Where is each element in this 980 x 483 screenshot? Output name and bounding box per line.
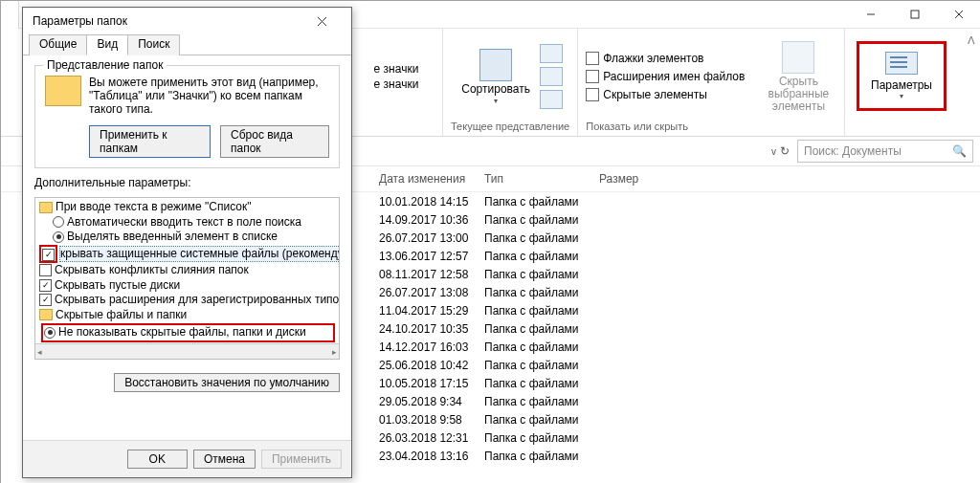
ribbon-group-show-hide: Флажки элементов Расширения имен файлов … [578,29,845,136]
group-legend: Представление папок [43,58,167,72]
highlight-red [39,245,57,264]
flags-checkbox[interactable]: Флажки элементов [586,51,745,66]
cell-date: 24.10.2017 10:35 [379,322,484,336]
checkbox-icon [586,52,599,65]
minimize-icon [866,10,876,19]
cell-date: 10.05.2018 17:15 [379,377,484,390]
tree-item-label[interactable]: Скрывать пустые диски [55,278,180,294]
advanced-settings-tree[interactable]: При вводе текста в режиме "Список" Автом… [34,197,340,360]
tree-item-label[interactable]: Скрывать расширения для зарегистрированн… [55,293,339,308]
cell-date: 26.03.2018 12:31 [379,431,484,445]
search-placeholder: Поиск: Документы [804,144,902,158]
radio-icon[interactable] [53,216,64,228]
dialog-footer: OK Отмена Применить [23,440,351,477]
checkbox-label: Скрытые элементы [603,88,707,101]
ribbon-group-caption: Текущее представление [451,121,569,136]
close-button[interactable] [937,1,980,28]
chevron-down-icon[interactable]: v [771,146,776,157]
quick-access-top [1,1,19,30]
checkbox-icon [586,88,599,101]
cell-type: Папка с файлами [484,377,599,390]
cell-type: Папка с файлами [484,413,599,427]
tree-item-label: Скрытые файлы и папки [56,308,187,323]
column-type[interactable]: Тип [484,172,599,186]
refresh-icon[interactable]: ↻ [780,144,790,158]
radio-icon[interactable] [53,231,64,243]
tree-item-label[interactable]: крывать защищенные системные файлы (реко… [60,247,340,262]
tab-general[interactable]: Общие [29,34,87,55]
cell-date: 13.06.2017 12:57 [379,250,484,263]
collapse-ribbon-icon[interactable]: ᐱ [968,34,975,47]
sort-icon [479,49,512,81]
minimize-button[interactable] [849,1,893,28]
sort-button[interactable]: Сортировать ▾ [457,49,534,105]
apply-to-folders-button[interactable]: Применить к папкам [89,125,211,158]
ribbon-group-caption: Показать или скрыть [586,121,836,136]
close-icon [954,10,964,19]
chevron-down-icon: ▾ [494,97,498,105]
checkbox-icon[interactable] [39,264,52,276]
ribbon-label: Параметры [871,78,932,92]
tree-item-label[interactable]: Автоматически вводить текст в поле поиск… [67,215,301,231]
cell-date: 01.03.2018 9:58 [379,413,484,427]
group-by-button[interactable] [540,44,563,63]
ribbon-item-label[interactable]: е значки [374,62,419,76]
folder-icon [39,309,53,320]
dialog-titlebar: Параметры папок [23,8,351,34]
group-description: Вы можете применить этот вид (например, … [45,76,329,116]
checkbox-icon[interactable] [39,279,52,292]
ribbon-group-layout: е значки е значки [350,29,443,136]
search-input[interactable]: Поиск: Документы 🔍 [797,140,973,163]
cancel-button[interactable]: Отмена [193,450,256,469]
radio-icon[interactable] [44,327,56,339]
reset-folders-button[interactable]: Сброс вида папок [220,125,329,158]
tab-view[interactable]: Вид [86,34,128,55]
tree-item-label[interactable]: Скрывать конфликты слияния папок [55,263,249,278]
ribbon-label: Сортировать [461,83,530,96]
highlight-red: Не показывать скрытые файлы, папки и дис… [41,323,335,342]
checkbox-icon [586,70,599,83]
hide-selected-icon [782,41,814,74]
cell-type: Папка с файлами [484,359,599,372]
folder-views-group: Представление папок Вы можете применить … [34,65,340,168]
tree-item-label[interactable]: Не показывать скрытые файлы, папки и дис… [58,325,306,340]
column-size[interactable]: Размер [599,172,695,186]
apply-button[interactable]: Применить [261,450,342,469]
scroll-left-icon[interactable]: ◂ [37,347,42,357]
checkbox-label: Расширения имен файлов [603,70,745,83]
tab-search[interactable]: Поиск [127,34,180,55]
search-icon: 🔍 [952,144,967,158]
restore-defaults-button[interactable]: Восстановить значения по умолчанию [114,373,340,392]
size-columns-button[interactable] [540,90,563,109]
ribbon-item-label[interactable]: е значки [374,77,419,91]
cell-date: 29.05.2018 9:34 [379,395,484,408]
cell-date: 14.12.2017 16:03 [379,340,484,354]
cell-type: Папка с файлами [484,231,599,245]
cell-type: Папка с файлами [484,395,599,408]
svg-rect-1 [911,11,919,18]
tree-item-label: При вводе текста в режиме "Список" [56,200,252,215]
folder-icon [45,76,81,106]
checkbox-icon[interactable] [39,294,52,306]
add-columns-button[interactable] [540,67,563,86]
cell-type: Папка с файлами [484,195,599,209]
cell-date: 08.11.2017 12:58 [379,268,484,281]
scroll-right-icon[interactable]: ▸ [332,347,337,357]
hidden-items-checkbox[interactable]: Скрытые элементы [586,87,745,102]
horizontal-scrollbar[interactable]: ◂▸ [35,343,339,359]
dialog-title: Параметры папок [33,14,127,28]
tab-strip: Общие Вид Поиск [23,34,351,55]
maximize-button[interactable] [893,1,937,28]
ribbon-label: Скрыть выбранные элементы [760,76,836,113]
hide-selected-button[interactable]: Скрыть выбранные элементы [760,41,836,113]
tree-item-label[interactable]: Выделять введенный элемент в списке [67,230,278,245]
ok-button[interactable]: OK [127,450,188,469]
checkbox-icon[interactable] [42,249,55,261]
folder-icon [39,202,53,213]
column-date[interactable]: Дата изменения [379,172,484,186]
dialog-close-button[interactable] [317,16,345,27]
extensions-checkbox[interactable]: Расширения имен файлов [586,69,745,84]
options-button[interactable]: Параметры ▾ [857,41,947,111]
cell-type: Папка с файлами [484,286,599,299]
maximize-icon [910,10,920,19]
